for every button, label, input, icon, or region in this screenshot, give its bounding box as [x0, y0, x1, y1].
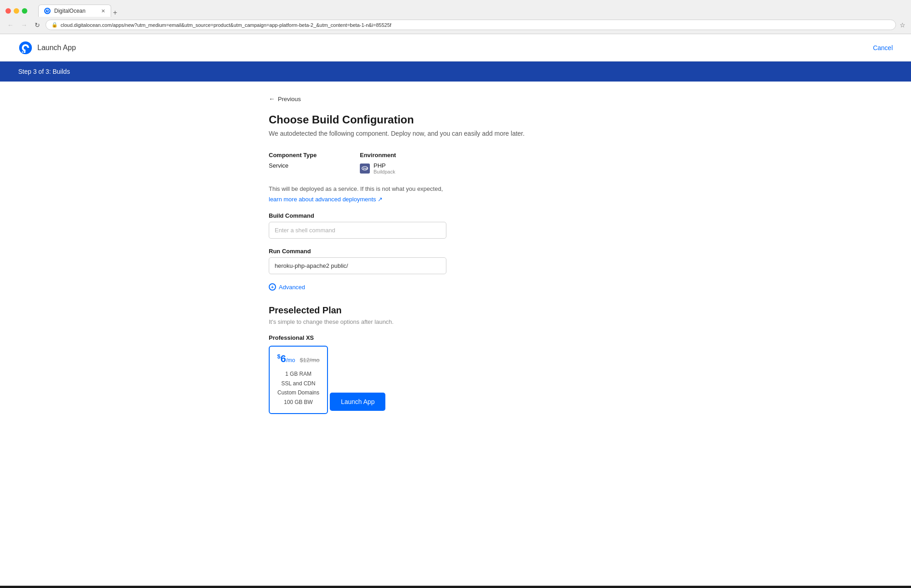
lock-icon: 🔒 [51, 22, 58, 28]
traffic-lights [5, 8, 27, 14]
main-content: ← Previous Choose Build Configuration We… [251, 82, 660, 441]
environment-label: Environment [360, 150, 642, 160]
step-label: Step 3 of 3: Builds [18, 68, 70, 75]
build-command-label: Build Command [269, 212, 642, 219]
service-note: This will be deployed as a service. If t… [269, 185, 642, 192]
svg-rect-3 [22, 51, 23, 53]
component-type-label: Component Type [269, 150, 360, 160]
app-logo: Launch App [18, 41, 76, 55]
browser-actions: ☆ [900, 21, 906, 29]
tab-bar: DigitalOcean ✕ + [38, 5, 906, 17]
plan-feature-ssl: SSL and CDN [276, 379, 321, 388]
tab-close-button[interactable]: ✕ [101, 8, 105, 14]
plan-feature-bw: 100 GB BW [276, 398, 321, 407]
new-tab-button[interactable]: + [113, 9, 117, 17]
back-nav[interactable]: ← Previous [269, 95, 642, 102]
page-subtitle: We autodetected the following component.… [269, 130, 642, 137]
forward-button[interactable]: → [19, 20, 29, 30]
tab-title: DigitalOcean [54, 8, 86, 14]
star-icon[interactable]: ☆ [900, 21, 906, 29]
plan-price: $6/mo $12/mo [276, 353, 321, 365]
php-icon: PHP [360, 164, 370, 174]
advanced-deployments-link[interactable]: learn more about advanced deployments ↗ [269, 196, 383, 203]
back-nav-label: Previous [278, 96, 301, 102]
digitalocean-logo [18, 41, 33, 55]
env-type: Buildpack [374, 169, 395, 174]
tab-favicon [44, 8, 51, 14]
plan-card[interactable]: $6/mo $12/mo 1 GB RAM SSL and CDN Custom… [269, 346, 328, 414]
build-command-input[interactable] [269, 222, 446, 239]
component-type-value: Service [269, 160, 360, 176]
minimize-traffic-light[interactable] [14, 8, 19, 14]
launch-app-button[interactable]: Launch App [330, 393, 385, 411]
plan-section-subtitle: It's simple to change these options afte… [269, 318, 642, 325]
svg-text:PHP: PHP [363, 167, 368, 170]
run-command-label: Run Command [269, 248, 642, 255]
run-command-input[interactable] [269, 257, 446, 274]
app-container: Launch App Cancel Step 3 of 3: Builds ← … [0, 34, 911, 586]
cancel-button[interactable]: Cancel [873, 44, 893, 51]
plan-price-original: $12/mo [300, 357, 319, 363]
address-bar-row: ← → ↻ 🔒 cloud.digitalocean.com/apps/new?… [0, 17, 911, 34]
build-command-group: Build Command [269, 212, 642, 239]
plus-icon: + [269, 283, 276, 291]
address-bar[interactable]: 🔒 cloud.digitalocean.com/apps/new?utm_me… [46, 20, 896, 30]
environment-value: PHP PHP Buildpack [360, 160, 642, 176]
plan-section-title: Preselected Plan [269, 305, 642, 316]
reload-button[interactable]: ↻ [33, 20, 42, 30]
page-title: Choose Build Configuration [269, 113, 642, 126]
url-text: cloud.digitalocean.com/apps/new?utm_medi… [61, 22, 391, 28]
back-arrow-icon: ← [269, 95, 275, 102]
plan-feature-ram: 1 GB RAM [276, 369, 321, 378]
step-bar: Step 3 of 3: Builds [0, 61, 911, 82]
advanced-label: Advanced [279, 284, 305, 291]
env-info: PHP Buildpack [374, 162, 395, 174]
plan-type-label: Professional XS [269, 334, 642, 341]
run-command-group: Run Command [269, 248, 642, 274]
app-title: Launch App [37, 44, 76, 52]
back-button[interactable]: ← [5, 20, 15, 30]
plan-features: 1 GB RAM SSL and CDN Custom Domains 100 … [276, 369, 321, 407]
component-info-grid: Component Type Environment Service PHP P… [269, 150, 642, 176]
close-traffic-light[interactable] [5, 8, 11, 14]
advanced-toggle-button[interactable]: + Advanced [269, 283, 305, 291]
browser-chrome: DigitalOcean ✕ + ← → ↻ 🔒 cloud.digitaloc… [0, 0, 911, 34]
maximize-traffic-light[interactable] [22, 8, 27, 14]
svg-rect-2 [24, 51, 26, 53]
active-tab[interactable]: DigitalOcean ✕ [38, 5, 111, 17]
app-header: Launch App Cancel [0, 34, 911, 61]
plan-feature-domains: Custom Domains [276, 388, 321, 397]
plan-price-current: $6/mo [277, 353, 298, 364]
env-name: PHP [374, 162, 395, 169]
